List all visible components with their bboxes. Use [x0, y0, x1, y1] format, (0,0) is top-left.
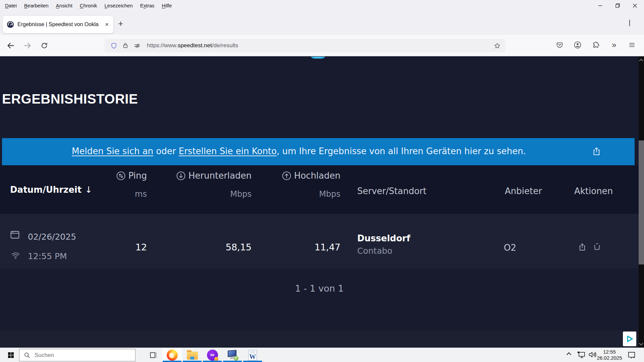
reload-icon[interactable]: [38, 40, 50, 52]
navigation-toolbar: https://www.speedtest.net/de/results »: [0, 35, 644, 56]
minimize-icon[interactable]: [596, 2, 604, 9]
url-bar[interactable]: https://www.speedtest.net/de/results: [105, 39, 505, 52]
menubar-items: DateiBearbeitenAnsichtChronikLesezeichen…: [1, 1, 175, 10]
speedtest-gauge-sliver: [311, 57, 325, 59]
signin-banner: Melden Sie sich an oder Erstellen Sie ei…: [2, 138, 635, 165]
tracking-protection-shield-icon[interactable]: [110, 42, 117, 49]
column-actions: Aktionen: [574, 186, 613, 196]
speedtest-favicon-icon: [7, 21, 14, 28]
extension-play-badge-icon[interactable]: [623, 331, 636, 346]
tab-ergebnisse[interactable]: Ergebnisse | Speedtest von Ookla ×: [3, 16, 113, 33]
result-server-host: Contabo: [357, 246, 392, 256]
result-ping: 12: [80, 242, 147, 252]
search-input[interactable]: [34, 352, 121, 359]
share-result-icon[interactable]: [578, 243, 587, 251]
new-tab-button[interactable]: +: [118, 18, 123, 29]
wifi-icon: [11, 252, 20, 259]
result-date: 02/26/2025: [28, 232, 76, 242]
notification-center-icon[interactable]: [627, 351, 636, 359]
menubar: DateiBearbeitenAnsichtChronikLesezeichen…: [0, 0, 644, 11]
start-button-icon[interactable]: [4, 348, 17, 362]
firefox-badge: [214, 357, 218, 361]
account-icon[interactable]: [572, 39, 584, 51]
taskbar-file-explorer-icon[interactable]: [182, 348, 202, 362]
export-share-icon[interactable]: [592, 146, 601, 156]
permissions-icon[interactable]: [133, 42, 141, 49]
delete-result-icon[interactable]: [593, 242, 601, 251]
network-icon[interactable]: [577, 351, 586, 359]
menu-item-chronik[interactable]: Chronik: [76, 1, 101, 10]
clock-date: 26.02.2025: [595, 355, 624, 361]
restore-icon[interactable]: [613, 2, 622, 9]
page-footer-band: [0, 330, 639, 348]
unit-download: Mbps: [148, 189, 252, 199]
result-upload: 11,47: [273, 242, 340, 252]
hamburger-menu-icon[interactable]: [626, 39, 638, 51]
menu-item-extras[interactable]: Extras: [137, 1, 158, 10]
screen: DateiBearbeitenAnsichtChronikLesezeichen…: [0, 0, 644, 362]
result-time: 12:55 PM: [28, 251, 67, 261]
upload-icon: [282, 171, 291, 180]
taskbar-firefox-icon[interactable]: [162, 348, 182, 362]
column-server: Server/Standort: [357, 186, 426, 196]
search-icon: [24, 352, 30, 358]
unit-ping: ms: [67, 189, 147, 199]
list-all-tabs-icon[interactable]: [629, 20, 630, 26]
page-title: ERGEBNISHISTORIE: [2, 92, 138, 107]
scrollbar-up-icon[interactable]: [639, 59, 643, 63]
result-server-city: Dusseldorf: [357, 233, 410, 243]
tab-strip: Ergebnisse | Speedtest von Ookla × +: [0, 11, 644, 35]
back-icon[interactable]: [5, 40, 17, 52]
tray-expand-icon[interactable]: [567, 352, 571, 357]
ping-icon: [116, 171, 125, 180]
speedtest-results-page: ERGEBNISHISTORIE Melden Sie sich an oder…: [0, 57, 639, 348]
menu-item-bearbeiten[interactable]: Bearbeiten: [20, 1, 52, 10]
signin-link[interactable]: Melden Sie sich an: [72, 146, 153, 156]
browser-test-icon: [10, 231, 19, 239]
url-text[interactable]: https://www.speedtest.net/de/results: [147, 42, 494, 49]
pagination-label: 1 - 1 von 1: [0, 283, 639, 294]
extensions-puzzle-icon[interactable]: [590, 39, 602, 51]
signin-banner-text: Melden Sie sich an oder Erstellen Sie ei…: [2, 146, 596, 156]
taskbar: ∞ x W 12:55 26.02.2025: [0, 348, 644, 362]
menu-item-hilfe[interactable]: Hilfe: [158, 1, 175, 10]
column-ping[interactable]: Ping: [67, 171, 147, 181]
menu-item-ansicht[interactable]: Ansicht: [52, 1, 76, 10]
task-view-icon[interactable]: [147, 348, 160, 362]
menu-item-datei[interactable]: Datei: [1, 1, 20, 10]
overflow-chevrons-icon[interactable]: »: [608, 39, 620, 51]
scrollbar-thumb[interactable]: [639, 140, 644, 264]
tab-close-icon[interactable]: ×: [104, 21, 110, 28]
close-icon[interactable]: [631, 2, 639, 9]
taskbar-search-box[interactable]: [19, 349, 136, 361]
clock-time: 12:55: [595, 349, 624, 355]
scrollbar-down-icon[interactable]: [639, 341, 643, 346]
lock-icon[interactable]: [122, 42, 129, 49]
pocket-icon[interactable]: [553, 39, 566, 51]
tab-title: Ergebnisse | Speedtest von Ookla: [17, 21, 104, 27]
bookmark-star-icon[interactable]: [494, 42, 501, 49]
column-download[interactable]: Herunterladen: [148, 171, 252, 181]
download-icon: [176, 171, 185, 180]
result-provider: O2: [504, 243, 516, 253]
result-row: 02/26/2025 12:55 PM 12 58,15 11,47 Dusse…: [0, 214, 639, 268]
forward-icon[interactable]: [21, 40, 34, 52]
unit-upload: Mbps: [236, 189, 340, 199]
vertical-scrollbar[interactable]: [639, 57, 644, 348]
column-provider: Anbieter: [505, 186, 542, 196]
column-upload[interactable]: Hochladen: [236, 171, 340, 181]
taskbar-purple-app-icon[interactable]: ∞: [202, 348, 222, 362]
window-controls: [596, 0, 644, 11]
result-download: 58,15: [184, 242, 252, 252]
tray-clock[interactable]: 12:55 26.02.2025: [595, 349, 624, 361]
taskbar-word-icon[interactable]: W: [243, 348, 263, 362]
create-account-link[interactable]: Erstellen Sie ein Konto: [179, 146, 277, 156]
results-table-header: Datum/Uhrzeit↓ Ping ms Herunterladen Mbp…: [0, 165, 639, 214]
taskbar-remote-computer-icon[interactable]: x: [222, 348, 243, 362]
menu-item-lesezeichen[interactable]: Lesezeichen: [101, 1, 137, 10]
